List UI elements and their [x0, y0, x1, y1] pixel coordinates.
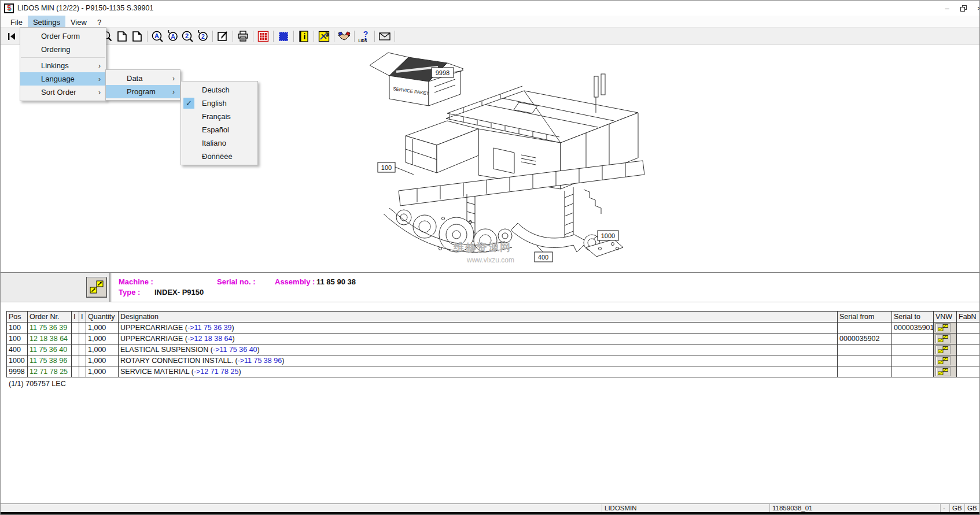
print-button[interactable] [235, 29, 250, 43]
menu-item-francais[interactable]: Français [181, 110, 257, 123]
page-preview-button[interactable] [115, 29, 130, 43]
menu-item-deutsch[interactable]: Deutsch [181, 83, 257, 97]
contact-handshake-button[interactable] [337, 29, 352, 43]
image-view-button[interactable] [276, 29, 291, 43]
page-copy-button[interactable] [130, 29, 145, 43]
col-vnw[interactable]: VNW [934, 312, 957, 323]
col-fabn[interactable]: FabN [957, 312, 980, 323]
page-indicator: (1/1) 705757 LEC [9, 380, 66, 388]
order-nr-link[interactable]: 11 75 36 39 [28, 323, 72, 334]
statusbar-data-language: GB [949, 504, 964, 512]
checkmark-icon: ✓ [183, 98, 194, 109]
menu-item-language[interactable]: Language › [20, 72, 106, 86]
vnw-link-button[interactable] [935, 345, 950, 354]
col-designation[interactable]: Designation [119, 312, 838, 323]
assembly-label: Assembly : [275, 277, 315, 286]
restore-button[interactable] [955, 1, 971, 16]
reset-step-2-button[interactable]: 2 [195, 29, 210, 43]
menu-item-english[interactable]: ✓ English [181, 97, 257, 110]
restore-icon [960, 5, 967, 12]
menu-item-sort-order[interactable]: Sort Order › [20, 86, 106, 99]
col-order-nr[interactable]: Order Nr. [28, 312, 72, 323]
watermark-url: www.vlxzu.com [466, 256, 514, 264]
minimize-button[interactable]: – [939, 1, 955, 16]
callout-1000[interactable]: 1000 [598, 231, 618, 240]
menu-item-espanol[interactable]: Español [181, 123, 257, 136]
svg-text:9998: 9998 [436, 69, 450, 76]
callout-9998[interactable]: 9998 [432, 68, 454, 77]
vnw-link-button[interactable] [935, 367, 950, 376]
info-icon: i [298, 31, 310, 42]
reset-text-a-button[interactable]: A [165, 29, 180, 43]
menu-item-data[interactable]: Data › [106, 72, 180, 85]
mail-button[interactable] [377, 29, 392, 43]
edit-note-icon [217, 31, 229, 42]
submenu-arrow-icon: › [172, 88, 175, 96]
order-nr-link[interactable]: 11 75 38 96 [28, 355, 72, 366]
lidos-window: 5 LIDOS MIN (12/22) - P9150-1135 S.39901… [0, 0, 980, 515]
svg-text:?: ? [363, 30, 369, 39]
assembly-value: 11 85 90 38 [316, 277, 356, 286]
menu-file[interactable]: File [5, 16, 28, 27]
svg-text:2: 2 [201, 33, 205, 40]
service-tools-button[interactable] [316, 29, 331, 43]
table-row[interactable]: 1000 11 75 38 96 1,000 ROTARY CONNECTION… [7, 355, 980, 366]
designation-link[interactable]: ->11 75 36 39 [187, 324, 232, 332]
designation-link[interactable]: ->11 75 38 96 [238, 357, 282, 365]
info-button[interactable]: i [296, 29, 311, 43]
page-preview-icon [116, 31, 128, 42]
statusbar: LIDOSMIN 11859038_01 - GB GB [1, 503, 979, 512]
zoom-text-a-button[interactable]: A [150, 29, 165, 43]
menu-view[interactable]: View [65, 16, 92, 27]
menu-item-order-form[interactable]: Order Form [20, 29, 106, 43]
svg-text:A: A [171, 33, 175, 40]
vnw-link-button[interactable] [935, 334, 950, 343]
titlebar: 5 LIDOS MIN (12/22) - P9150-1135 S.39901… [1, 1, 979, 16]
col-pos[interactable]: Pos [7, 312, 28, 323]
lidos-help-button[interactable]: ? LIDS [357, 29, 372, 43]
callout-400[interactable]: 400 [535, 252, 552, 262]
page-copy-icon [131, 31, 143, 42]
order-nr-link[interactable]: 11 75 36 40 [28, 344, 72, 355]
menu-help[interactable]: ? [92, 16, 106, 27]
callout-100[interactable]: 100 [378, 162, 395, 172]
taskbar-edge [1, 512, 979, 514]
menu-item-italiano[interactable]: Italiano [181, 136, 257, 150]
submenu-arrow-icon: › [98, 88, 101, 97]
parts-grid-button[interactable] [256, 29, 271, 43]
vnw-link-button[interactable] [935, 323, 950, 332]
col-serial-from[interactable]: Serial from [838, 312, 892, 323]
zoom-step-2-icon: 2 [181, 30, 194, 43]
table-row[interactable]: 400 11 75 36 40 1,000 ELASTICAL SUSPENSI… [7, 344, 980, 355]
menu-item-linkings[interactable]: Linkings › [20, 59, 106, 72]
designation-link[interactable]: ->12 18 38 64 [187, 335, 233, 343]
designation-link[interactable]: ->12 71 78 25 [194, 368, 239, 376]
order-nr-link[interactable]: 12 71 78 25 [28, 366, 72, 377]
serial-label: Serial no. : [217, 277, 255, 286]
menu-settings[interactable]: Settings [28, 16, 65, 27]
order-nr-link[interactable]: 12 18 38 64 [28, 334, 72, 344]
table-row[interactable]: 100 11 75 36 39 1,000 UPPERCARRIAGE (->1… [7, 323, 980, 334]
handshake-icon [338, 31, 351, 42]
menu-item-program[interactable]: Program › [106, 85, 180, 98]
menu-item-russian[interactable]: Ðóññêèé [181, 150, 257, 163]
table-row[interactable]: 9998 12 71 78 25 1,000 SERVICE MATERIAL … [7, 366, 980, 377]
zoom-step-2-button[interactable]: 2 [180, 29, 195, 43]
edit-note-button[interactable] [215, 29, 230, 43]
close-button[interactable]: × [971, 1, 980, 16]
table-row[interactable]: 100 12 18 38 64 1,000 UPPERCARRIAGE (->1… [7, 334, 980, 344]
col-i1[interactable]: I [72, 312, 79, 323]
vnw-link-button[interactable] [935, 356, 950, 365]
statusbar-program-language: GB [964, 504, 979, 512]
designation-link[interactable]: ->11 75 36 40 [213, 346, 257, 354]
watermark-text: 维修资源网 [453, 242, 511, 253]
col-serial-to[interactable]: Serial to [892, 312, 934, 323]
assembly-jump-button[interactable] [86, 277, 107, 298]
svg-text:1000: 1000 [601, 232, 615, 239]
svg-text:LIDS: LIDS [359, 39, 367, 43]
col-i2[interactable]: I [79, 312, 86, 323]
info-panel-left [1, 273, 110, 302]
menu-item-ordering[interactable]: Ordering [20, 43, 106, 56]
col-quantity[interactable]: Quantity [86, 312, 119, 323]
go-first-button[interactable] [4, 29, 19, 43]
